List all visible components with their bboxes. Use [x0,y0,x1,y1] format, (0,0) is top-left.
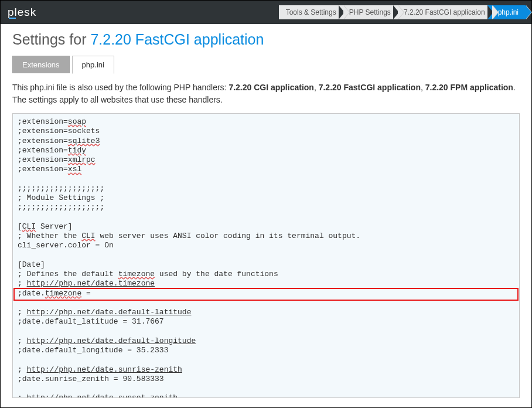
logo-accent [9,18,16,19]
editor-line[interactable]: ;date.timezone = [18,289,514,298]
editor-line[interactable]: ;date.default_longitude = 35.2333 [18,346,514,355]
editor-line[interactable]: ;extension=soap [18,117,514,127]
tabs: Extensionsphp.ini [12,55,520,73]
app-logo[interactable]: plesk [8,6,43,19]
editor-line[interactable] [18,213,514,222]
editor-line[interactable] [18,327,514,336]
editor-line[interactable] [18,384,514,393]
breadcrumb-item-2[interactable]: 7.2.20 FastCGI applicaion [393,5,492,19]
editor-line[interactable]: ; http://php.net/date.sunrise-zenith [18,365,514,375]
editor-line[interactable]: ;extension=xsl [18,165,514,174]
editor-line[interactable]: ; http://php.net/date.default-longitude [18,336,514,346]
description-text: This php.ini file is also used by the fo… [12,81,520,106]
php-ini-editor[interactable]: ;extension=soap;extension=sockets;extens… [13,114,519,397]
page-title: Settings for 7.2.20 FastCGI application [12,31,520,48]
editor-line[interactable] [18,251,514,260]
editor-line[interactable] [18,175,514,184]
tab-php-ini[interactable]: php.ini [72,56,114,74]
editor-line[interactable]: [Date] [18,260,514,270]
tab-extensions[interactable]: Extensions [12,56,70,73]
breadcrumb: Tools & SettingsPHP Settings7.2.20 FastC… [279,5,526,19]
page-title-prefix: Settings for [12,31,90,47]
editor-line[interactable]: [CLI Server] [18,222,514,232]
editor-line[interactable]: ;extension=sockets [18,127,514,136]
editor-line[interactable]: ; http://php.net/date.default-latitude [18,308,514,317]
editor-line[interactable]: ; http://php.net/date.sunset-zenith [18,393,514,397]
editor-line[interactable]: ;extension=xmlrpc [18,155,514,165]
breadcrumb-item-0[interactable]: Tools & Settings [279,5,343,19]
handler-name: 7.2.20 CGI application [229,83,314,92]
editor-line[interactable]: ;date.sunrise_zenith = 90.583333 [18,375,514,384]
app-logo-text: plesk [8,6,36,19]
editor-line[interactable]: cli_server.color = On [18,241,514,250]
editor-container: ;extension=soap;extension=sockets;extens… [12,113,520,398]
handler-name: 7.2.20 FastCGI application [319,83,421,92]
editor-line[interactable]: ;extension=sqlite3 [18,137,514,146]
handler-name: 7.2.20 FPM application [425,83,513,92]
editor-line[interactable]: ; Defines the default timezone used by t… [18,270,514,279]
editor-line[interactable] [18,355,514,365]
content-area: Settings for 7.2.20 FastCGI application … [1,24,531,407]
editor-line[interactable]: ; http://php.net/date.timezone [18,279,514,288]
editor-line[interactable] [18,298,514,308]
editor-line[interactable]: ;extension=tidy [18,146,514,155]
editor-line[interactable]: ;;;;;;;;;;;;;;;;;;; [18,184,514,193]
editor-line[interactable]: ;date.default_latitude = 31.7667 [18,317,514,327]
page-title-link[interactable]: 7.2.20 FastCGI application [90,31,264,47]
editor-line[interactable]: ; Whether the CLI web server uses ANSI c… [18,232,514,241]
editor-line[interactable]: ;;;;;;;;;;;;;;;;;;; [18,203,514,212]
editor-line[interactable]: ; Module Settings ; [18,193,514,203]
topbar: plesk Tools & SettingsPHP Settings7.2.20… [1,1,531,24]
